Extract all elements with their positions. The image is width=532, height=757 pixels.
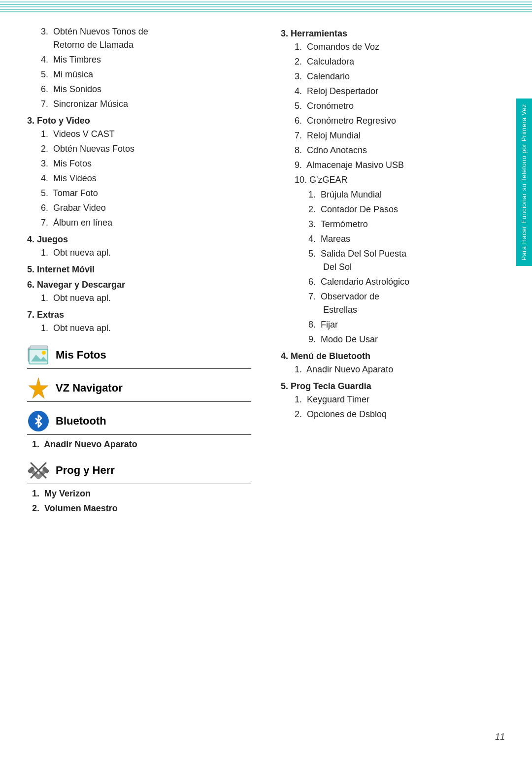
mis-fotos-section: Mis Fotos (27, 344, 251, 369)
list-item: 1. Anadir Nuevo Aparato (27, 438, 251, 451)
prog-tecla-list: 1. Keyguard Timer 2. Opciones de Dsbloq (281, 393, 505, 421)
list-item: 6. Calendario Astrológico (281, 275, 505, 289)
list-item: 2. Volumen Maestro (27, 502, 251, 515)
list-item: 6. Grabar Video (27, 201, 251, 215)
gzgear-list: 1. Brújula Mundial 2. Contador De Pasos … (281, 188, 505, 346)
list-item: 7. Reloj Mundial (281, 129, 505, 142)
svg-point-4 (42, 351, 46, 355)
section-herramientas-header: 3. Herramientas (281, 29, 505, 39)
left-column: 3. Obtén Nuevos Tonos de Retorno de Llam… (27, 24, 261, 517)
prog-herr-sub: 1. My Verizon 2. Volumen Maestro (27, 487, 251, 515)
list-item: 5. Mi música (27, 68, 251, 81)
list-item: 1. Obt nueva apl. (27, 246, 251, 260)
extras-list: 1. Obt nueva apl. (27, 322, 251, 335)
list-item: 7. Observador de Estrellas (281, 290, 505, 317)
vz-navigator-icon (27, 377, 50, 399)
list-item: 4. Mis Timbres (27, 53, 251, 66)
prog-herr-icon (27, 459, 50, 482)
bluetooth-icon-circle (28, 411, 49, 431)
section-prog-tecla-header: 5. Prog Tecla Guardia (281, 381, 505, 392)
list-item: 1. Obt nueva apl. (27, 322, 251, 335)
section-foto-video-header: 3. Foto y Video (27, 116, 251, 126)
vz-navigator-title: VZ Navigator (56, 382, 123, 395)
list-item: 2. Opciones de Dsbloq (281, 408, 505, 421)
section-extras-header: 7. Extras (27, 310, 251, 320)
intro-list: 3. Obtén Nuevos Tonos de Retorno de Llam… (27, 25, 251, 111)
list-item: 1. Obt nueva apl. (27, 292, 251, 305)
juegos-list: 1. Obt nueva apl. (27, 246, 251, 260)
section-juegos-header: 4. Juegos (27, 234, 251, 245)
list-item: 6. Mis Sonidos (27, 83, 251, 96)
list-item: 1. Videos V CAST (27, 128, 251, 141)
list-item: 3. Calendario (281, 70, 505, 83)
mis-fotos-title: Mis Fotos (56, 349, 106, 362)
right-column: 3. Herramientas 1. Comandos de Voz 2. Ca… (276, 24, 505, 517)
list-item: 9. Modo De Usar (281, 333, 505, 346)
list-item: 8. Fijar (281, 318, 505, 331)
list-item: 1. Comandos de Voz (281, 40, 505, 54)
top-decoration (0, 0, 532, 14)
list-item: 4. Reloj Despertador (281, 85, 505, 98)
main-content: 3. Obtén Nuevos Tonos de Retorno de Llam… (0, 19, 532, 546)
list-item: 1. Anadir Nuevo Aparato (281, 363, 505, 376)
section-bluetooth-menu-header: 4. Menú de Bluetooth (281, 351, 505, 362)
list-item: 4. Mareas (281, 232, 505, 246)
mis-fotos-icon (27, 344, 50, 366)
list-item: 10. G'zGEAR (281, 173, 505, 187)
bluetooth-icon (27, 410, 50, 432)
list-item: 4. Mis Videos (27, 172, 251, 185)
list-item: 5. Cronómetro (281, 99, 505, 113)
list-item: 3. Termómetro (281, 218, 505, 231)
section-navegar-header: 6. Navegar y Descargar (27, 280, 251, 290)
list-item: 7. Sincronizar Música (27, 98, 251, 111)
bluetooth-sub: 1. Anadir Nuevo Aparato (27, 438, 251, 451)
list-item: 1. Brújula Mundial (281, 188, 505, 201)
list-item: 2. Obtén Nuevas Fotos (27, 142, 251, 156)
page-number: 11 (495, 732, 505, 742)
list-item: 5. Salida Del Sol Puesta Del Sol (281, 247, 505, 274)
list-item: 6. Cronómetro Regresivo (281, 114, 505, 128)
side-tab-text: Para Hacer Funcionar su Teléfono por Pri… (520, 104, 529, 261)
vz-navigator-section: VZ Navigator (27, 377, 251, 402)
bluetooth-title: Bluetooth (56, 415, 106, 428)
svg-marker-5 (29, 378, 48, 398)
list-item: 5. Tomar Foto (27, 187, 251, 200)
section-internet-header: 5. Internet Móvil (27, 264, 251, 275)
bluetooth-section: Bluetooth (27, 410, 251, 435)
prog-herr-title: Prog y Herr (56, 464, 115, 477)
list-item: 2. Contador De Pasos (281, 203, 505, 216)
foto-video-list: 1. Videos V CAST 2. Obtén Nuevas Fotos 3… (27, 128, 251, 230)
list-item: 2. Calculadora (281, 55, 505, 68)
list-item: 8. Cdno Anotacns (281, 144, 505, 157)
list-item: 7. Álbum en línea (27, 216, 251, 230)
list-item: 3. Mis Fotos (27, 157, 251, 170)
list-item: 1. My Verizon (27, 487, 251, 500)
bluetooth-menu-list: 1. Anadir Nuevo Aparato (281, 363, 505, 376)
list-item: 3. Obtén Nuevos Tonos de Retorno de Llam… (27, 25, 251, 52)
side-tab: Para Hacer Funcionar su Teléfono por Pri… (516, 99, 532, 266)
list-item: 1. Keyguard Timer (281, 393, 505, 406)
prog-herr-section: Prog y Herr (27, 459, 251, 484)
list-item: 9. Almacenaje Masivo USB (281, 159, 505, 172)
herramientas-list: 1. Comandos de Voz 2. Calculadora 3. Cal… (281, 40, 505, 187)
navegar-list: 1. Obt nueva apl. (27, 292, 251, 305)
